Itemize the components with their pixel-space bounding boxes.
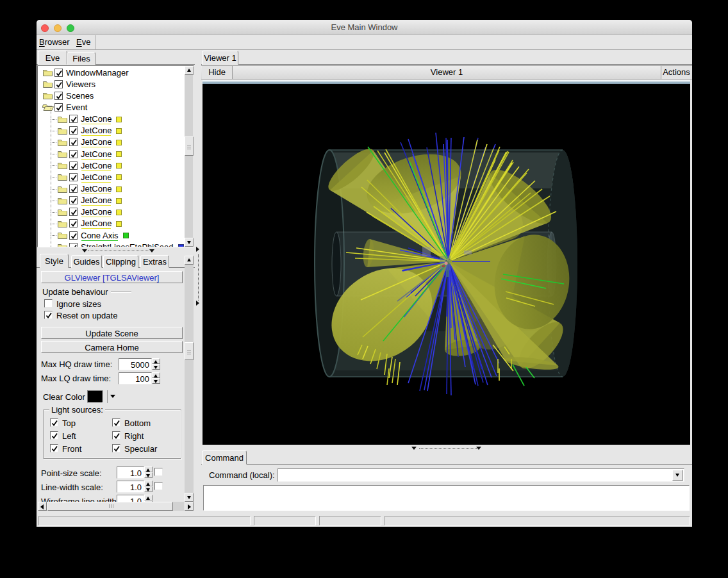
reset-on-update-checkbox[interactable] bbox=[44, 311, 53, 319]
clear-color-dropdown-icon[interactable] bbox=[110, 395, 115, 398]
check-icon bbox=[70, 232, 78, 240]
tree-connector-line bbox=[51, 212, 51, 224]
command-output[interactable] bbox=[203, 485, 690, 511]
left-scroll-thumb[interactable] bbox=[47, 502, 173, 511]
ignore-sizes-checkbox[interactable] bbox=[44, 299, 53, 308]
tree-checkbox[interactable] bbox=[54, 92, 63, 100]
inner-tube-left-rim bbox=[332, 232, 341, 296]
tree-checkbox[interactable] bbox=[69, 219, 78, 227]
camera-home-button[interactable]: Camera Home bbox=[41, 341, 183, 353]
tree-checkbox[interactable] bbox=[69, 173, 78, 181]
tree-connector-line bbox=[51, 177, 56, 178]
spin-up-icon[interactable] bbox=[152, 358, 160, 364]
arrow-glyph bbox=[188, 504, 191, 509]
tab-guides[interactable]: Guides bbox=[71, 255, 102, 268]
gl-viewport[interactable] bbox=[203, 84, 690, 445]
spin-up-icon[interactable] bbox=[144, 467, 153, 472]
wireframe-input[interactable]: 1.0 bbox=[117, 495, 144, 502]
light-specular-checkbox[interactable] bbox=[112, 444, 120, 452]
left-h-scrollbar[interactable] bbox=[38, 502, 194, 511]
tree-checkbox[interactable] bbox=[69, 243, 78, 247]
point-size-input[interactable]: 1.0 bbox=[117, 467, 144, 479]
line-width-checkbox[interactable] bbox=[154, 482, 163, 490]
tree-checkbox[interactable] bbox=[69, 196, 78, 204]
spin-down-icon[interactable] bbox=[152, 378, 160, 384]
spin-up-icon[interactable] bbox=[144, 495, 153, 500]
splitter-dotted-line bbox=[88, 251, 149, 251]
tree-scrollbar[interactable] bbox=[185, 66, 194, 247]
tree-checkbox[interactable] bbox=[54, 103, 63, 111]
menu-eve[interactable]: Eve bbox=[76, 37, 90, 47]
tree-color-swatch bbox=[116, 128, 122, 134]
spin-up-icon[interactable] bbox=[152, 372, 160, 378]
line-width-input[interactable]: 1.0 bbox=[117, 481, 144, 493]
tree-checkbox[interactable] bbox=[69, 138, 78, 146]
check-icon bbox=[113, 419, 121, 427]
command-dropdown-icon[interactable] bbox=[672, 470, 683, 481]
tab-command[interactable]: Command bbox=[202, 450, 247, 465]
status-segment bbox=[319, 516, 381, 525]
spin-down-icon[interactable] bbox=[152, 364, 160, 370]
tree-checkbox[interactable] bbox=[69, 231, 78, 240]
arrow-glyph bbox=[187, 69, 191, 72]
arrow-glyph bbox=[146, 483, 150, 486]
command-input[interactable] bbox=[277, 468, 684, 482]
point-size-checkbox[interactable] bbox=[154, 468, 163, 476]
light-left-checkbox[interactable] bbox=[50, 431, 58, 440]
spin-down-icon[interactable] bbox=[144, 472, 153, 478]
tree-checkbox[interactable] bbox=[69, 161, 78, 170]
spin-up-icon[interactable] bbox=[144, 481, 153, 486]
editor-scroll-down-icon[interactable] bbox=[185, 493, 194, 502]
actions-button[interactable]: Actions bbox=[661, 66, 691, 79]
clear-color-swatch[interactable] bbox=[87, 390, 103, 403]
tree-checkbox[interactable] bbox=[54, 80, 63, 88]
update-behaviour-label: Update behaviour bbox=[42, 287, 108, 297]
arrow-glyph bbox=[154, 380, 158, 383]
editor-scrollbar[interactable] bbox=[185, 256, 194, 502]
editor-scroll-thumb[interactable] bbox=[185, 342, 194, 360]
tree-checkbox[interactable] bbox=[69, 126, 78, 135]
tree-scroll-up-icon[interactable] bbox=[185, 66, 194, 75]
folder-icon bbox=[42, 91, 53, 102]
tree-item-label: StraightLinesEtaPhiSeed bbox=[81, 242, 174, 247]
object-button[interactable]: GLViewer [TGLSAViewer] bbox=[41, 271, 183, 283]
tree-checkbox[interactable] bbox=[54, 69, 63, 77]
tree-body: WindowManagerViewersScenesEventJetConeJe… bbox=[38, 66, 185, 247]
tab-eve[interactable]: Eve bbox=[38, 51, 67, 65]
tree-checkbox[interactable] bbox=[69, 150, 78, 158]
check-icon bbox=[113, 432, 121, 440]
light-top-checkbox[interactable] bbox=[50, 418, 58, 427]
menu-browser[interactable]: Browser bbox=[39, 37, 70, 47]
tree-checkbox[interactable] bbox=[69, 185, 78, 193]
tab-viewer-1[interactable]: Viewer 1 bbox=[202, 51, 238, 65]
tab-files[interactable]: Files bbox=[67, 52, 95, 65]
update-scene-button[interactable]: Update Scene bbox=[41, 327, 183, 339]
left-scroll-left-icon[interactable] bbox=[38, 502, 47, 511]
tree-color-swatch bbox=[116, 210, 122, 215]
light-front-checkbox[interactable] bbox=[50, 444, 58, 452]
tree-item-label: Cone Axis bbox=[81, 231, 119, 240]
max-lq-input[interactable]: 100 bbox=[119, 372, 152, 384]
editor-scroll-up-icon[interactable] bbox=[185, 256, 194, 265]
tree-item-label: WindowManager bbox=[66, 68, 129, 78]
tab-extras[interactable]: Extras bbox=[140, 255, 169, 268]
arrow-glyph bbox=[146, 474, 150, 477]
max-hq-input[interactable]: 5000 bbox=[119, 358, 152, 370]
left-scroll-right-icon[interactable] bbox=[185, 502, 194, 511]
tab-style[interactable]: Style bbox=[40, 254, 69, 268]
tree-scroll-down-icon[interactable] bbox=[185, 238, 194, 247]
light-right-checkbox[interactable] bbox=[112, 431, 120, 440]
arrow-glyph bbox=[146, 497, 150, 500]
clear-color-sep bbox=[107, 390, 108, 403]
check-icon bbox=[70, 220, 78, 228]
vertex-blob bbox=[442, 265, 445, 267]
tree-checkbox[interactable] bbox=[69, 208, 78, 216]
tree-scroll-thumb[interactable] bbox=[185, 136, 194, 156]
tree-connector-line bbox=[51, 131, 51, 142]
spin-down-icon[interactable] bbox=[144, 486, 153, 492]
light-bottom-checkbox[interactable] bbox=[112, 418, 120, 427]
reset-on-update-label: Reset on update bbox=[56, 311, 117, 320]
tree-checkbox[interactable] bbox=[69, 115, 78, 123]
splitter-arrow-icon bbox=[149, 249, 154, 252]
tab-clipping[interactable]: Clipping bbox=[103, 255, 138, 268]
